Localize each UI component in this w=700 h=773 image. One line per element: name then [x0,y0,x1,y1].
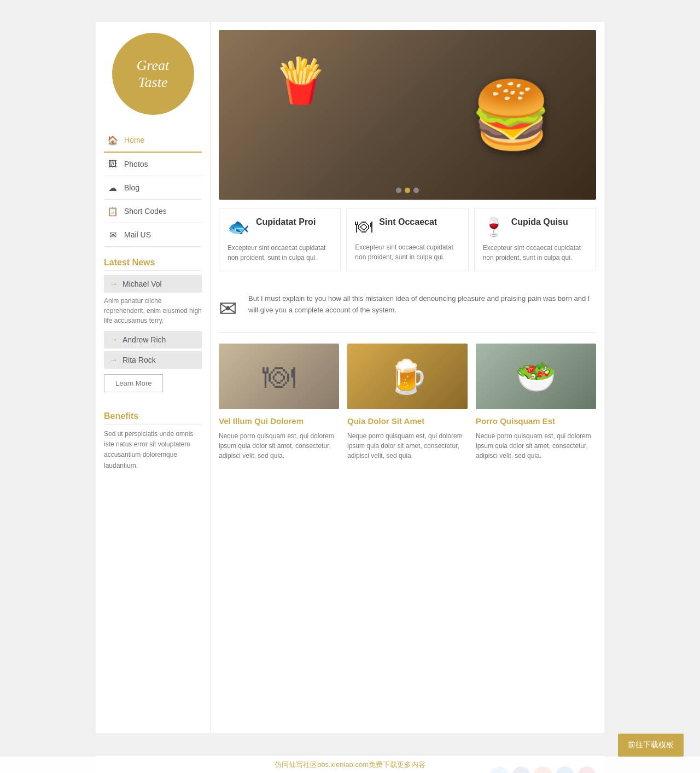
feature-desc-1: Excepteur sint occaecat cupidatat non pr… [228,243,332,263]
feature-title-1: Cupidatat Proi [256,217,316,228]
news-item-2[interactable]: → Andrew Rich [104,331,202,348]
blog-card-desc-2: Neque porro quisquam est, qui dolorem ip… [347,431,468,461]
blog-card-img-1: 🍽 [219,344,339,409]
main-nav: 🏠 Home 🖼 Photos ☁ Blog 📋 Short Codes ✉ M… [104,129,202,247]
hero-burger-icon: 🍔 [470,77,552,154]
blog-cards: 🍽 Vel Illum Qui Dolorem Neque porro quis… [219,344,596,461]
blog-card-1: 🍽 Vel Illum Qui Dolorem Neque porro quis… [219,344,339,461]
fish-icon: 🐟 [228,217,249,237]
benefits-text: Sed ut perspiciatis unde omnis iste natu… [104,429,202,471]
blog-card-desc-1: Neque porro quisquam est, qui dolorem ip… [219,431,339,461]
hero-fries-icon: 🍟 [273,55,328,107]
slider-dot-3[interactable] [413,188,419,193]
news-item-1[interactable]: → Michael Vol [104,275,202,293]
benefits-title: Benefits [104,411,202,425]
photos-icon: 🖼 [107,158,119,170]
logo: Great Taste [112,33,194,115]
download-template-button[interactable]: 前往下载模板 [618,734,684,757]
arrow-icon-2: → [109,335,118,345]
home-icon: 🏠 [107,134,119,146]
arrow-icon-1: → [109,279,118,289]
wine-icon: 🍷 [483,217,505,237]
nav-item-mail[interactable]: ✉ Mail US [104,223,202,247]
plate-icon: 🍽 [355,217,372,237]
slider-dot-1[interactable] [396,188,401,193]
nav-item-blog[interactable]: ☁ Blog [104,176,202,200]
feature-card-1-header: 🐟 Cupidatat Proi [228,217,332,237]
blog-card-img-3: 🥗 [476,344,596,409]
latest-news-title: Latest News [104,258,202,271]
feature-title-2: Sint Occaecat [379,217,437,228]
nav-item-photos[interactable]: 🖼 Photos [104,153,202,176]
blog-card-3: 🥗 Porro Quisquam Est Neque porro quisqua… [476,344,596,461]
feature-card-2-header: 🍽 Sint Occaecat [355,217,459,237]
testimonial-section: ✉ But I must explain to you how all this… [219,282,596,333]
feature-card-3: 🍷 Cupida Quisu Excepteur sint occaecat c… [474,208,596,271]
logo-text: Great Taste [137,57,170,91]
main-content: 🍟 🍔 🐟 Cupidatat Proi Excepteur sint occa… [211,22,604,733]
nav-item-home[interactable]: 🏠 Home [104,129,202,153]
blog-card-desc-3: Neque porro quisquam est, qui dolorem ip… [476,431,596,461]
testimonial-text: But I must explain to you how all this m… [248,293,596,316]
mail-nav-icon: ✉ [107,229,119,241]
feature-desc-3: Excepteur sint occaecat cupidatat non pr… [483,243,587,263]
feature-card-2: 🍽 Sint Occaecat Excepteur sint occaecat … [346,208,468,271]
hero-food-visual: 🍟 🍔 [219,30,596,200]
slider-dot-2[interactable] [405,188,410,193]
arrow-icon-3: → [109,355,118,365]
nav-item-shortcodes[interactable]: 📋 Short Codes [104,200,202,223]
learn-more-button[interactable]: Learn More [104,374,163,392]
blog-card-2: 🍺 Quia Dolor Sit Amet Neque porro quisqu… [347,344,468,461]
news-item-3[interactable]: → Rita Rock [104,351,202,369]
blog-card-title-2[interactable]: Quia Dolor Sit Amet [347,416,468,427]
feature-cards: 🐟 Cupidatat Proi Excepteur sint occaecat… [219,208,596,271]
watermark-text: 仿冋仙写社区bbs.xieniao.com免费下载更多内容 [0,757,700,773]
feature-card-1: 🐟 Cupidatat Proi Excepteur sint occaecat… [219,208,341,271]
news-excerpt: Anim pariatur cliche reprehenderit, enim… [104,296,202,326]
blog-card-title-3[interactable]: Porro Quisquam Est [476,416,596,427]
feature-title-3: Cupida Quisu [511,217,568,228]
blog-icon: ☁ [107,182,119,194]
blog-card-img-2: 🍺 [347,344,468,409]
sidebar: Great Taste 🏠 Home 🖼 Photos ☁ Blog 📋 Sho… [96,22,211,733]
envelope-icon: ✉ [219,296,237,321]
slider-dots [396,188,419,193]
feature-desc-2: Excepteur sint occaecat cupidatat non pr… [355,242,459,262]
hero-slider: 🍟 🍔 [219,30,596,200]
feature-card-3-header: 🍷 Cupida Quisu [483,217,587,237]
blog-card-title-1[interactable]: Vel Illum Qui Dolorem [219,416,339,427]
shortcodes-icon: 📋 [107,205,119,217]
